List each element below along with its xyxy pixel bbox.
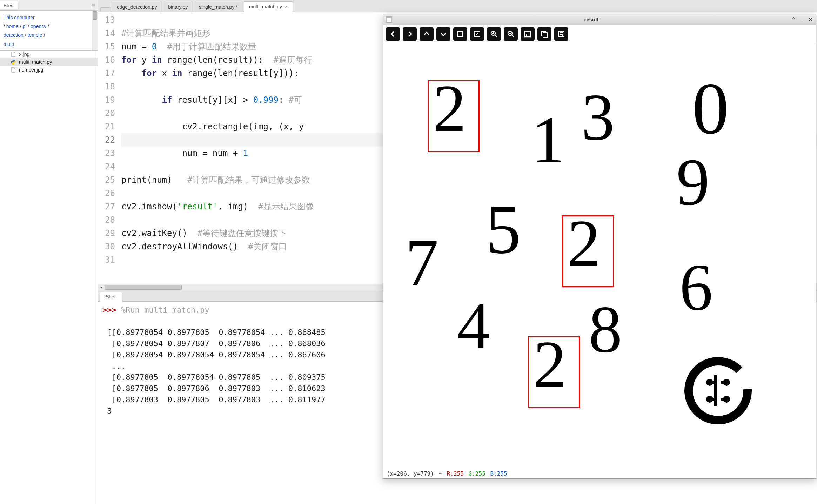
file-list: 2.jpgmulti_match.pynumber.jpg <box>0 51 98 504</box>
editor-tab[interactable]: edge_detection.py <box>112 2 162 12</box>
breadcrumb-part[interactable]: home <box>6 23 19 29</box>
result-title: result <box>395 16 788 22</box>
zoom-out-button[interactable] <box>504 27 518 41</box>
editor-tab[interactable]: single_match.py * <box>194 2 243 12</box>
up-button[interactable] <box>420 27 434 41</box>
breadcrumb: This computer / home / pi / opencv / det… <box>0 11 92 50</box>
detection-box <box>562 215 614 287</box>
breadcrumb-part[interactable]: detection <box>4 32 24 38</box>
status-xy: (x=206, y=779) <box>387 470 434 477</box>
status-sep: ~ <box>439 470 442 477</box>
svg-rect-12 <box>560 31 563 33</box>
svg-point-1 <box>14 63 14 64</box>
status-r: R:255 <box>447 470 464 477</box>
copy-button[interactable] <box>537 27 551 41</box>
editor-tab[interactable]: multi_match.py× <box>244 1 293 12</box>
digit-1: 1 <box>531 107 565 173</box>
files-panel: Files ≡ This computer / home / pi / open… <box>0 0 98 504</box>
window-minimize-icon[interactable]: – <box>800 16 804 23</box>
save-region-button[interactable] <box>521 27 535 41</box>
back-button[interactable] <box>386 27 400 41</box>
tab-close-icon[interactable]: × <box>285 4 288 9</box>
result-status-bar: (x=206, y=779) ~ R:255 G:255 B:255 <box>383 469 816 478</box>
detection-box <box>528 336 580 408</box>
result-window: result ⌃ – ✕ 213097526428 (x=206, y=779)… <box>383 14 816 479</box>
digit-6: 6 <box>679 254 713 321</box>
editor-tab[interactable]: binary.py <box>163 2 193 12</box>
files-tab[interactable]: Files <box>0 1 18 9</box>
breadcrumb-part[interactable]: pi <box>22 23 26 29</box>
result-toolbar <box>383 25 816 43</box>
result-canvas[interactable]: 213097526428 <box>383 43 816 469</box>
breadcrumb-part[interactable]: multi <box>4 41 14 47</box>
breadcrumb-root[interactable]: This computer <box>4 15 35 20</box>
window-close-icon[interactable]: ✕ <box>808 16 813 23</box>
shell-tab[interactable]: Shell <box>100 292 122 302</box>
link-button[interactable] <box>470 27 484 41</box>
window-rollup-icon[interactable]: ⌃ <box>791 16 796 23</box>
down-button[interactable] <box>436 27 450 41</box>
files-menu-icon[interactable]: ≡ <box>89 1 98 9</box>
forward-button[interactable] <box>403 27 417 41</box>
files-header: Files ≡ <box>0 0 98 11</box>
editor-tab[interactable] <box>100 7 111 12</box>
svg-rect-10 <box>543 33 547 38</box>
digit-7: 7 <box>405 229 438 296</box>
breadcrumb-part[interactable]: temple <box>28 32 42 38</box>
detection-box <box>428 80 480 152</box>
zoom-in-button[interactable] <box>487 27 501 41</box>
svg-rect-11 <box>560 35 563 37</box>
digit-4: 4 <box>457 293 490 359</box>
svg-rect-3 <box>386 17 392 18</box>
status-b: B:255 <box>490 470 507 477</box>
svg-rect-4 <box>458 32 463 36</box>
result-titlebar[interactable]: result ⌃ – ✕ <box>383 14 816 25</box>
digit-3: 3 <box>581 84 615 150</box>
breadcrumb-scrollbar[interactable] <box>92 11 98 50</box>
breadcrumb-part[interactable]: opencv <box>31 23 46 29</box>
digit-5: 5 <box>486 194 521 264</box>
home-button[interactable] <box>453 27 467 41</box>
digit-9: 9 <box>676 149 710 215</box>
file-list-item[interactable]: number.jpg <box>0 66 98 74</box>
svg-rect-13 <box>714 375 717 406</box>
window-app-icon <box>386 16 392 23</box>
digit-8: 8 <box>589 296 622 363</box>
scroll-left-icon[interactable]: ◂ <box>98 284 105 290</box>
svg-point-0 <box>12 60 13 61</box>
file-list-item[interactable]: 2.jpg <box>0 51 98 58</box>
file-list-item[interactable]: multi_match.py <box>0 58 98 66</box>
editor-tabs: edge_detection.pybinary.pysingle_match.p… <box>98 0 817 12</box>
status-g: G:255 <box>469 470 485 477</box>
line-gutter: 13141516171819202122232425262728293031 <box>98 12 119 284</box>
save-button[interactable] <box>554 27 568 41</box>
digit-0: 0 <box>692 72 729 145</box>
logo-icon <box>683 356 753 427</box>
